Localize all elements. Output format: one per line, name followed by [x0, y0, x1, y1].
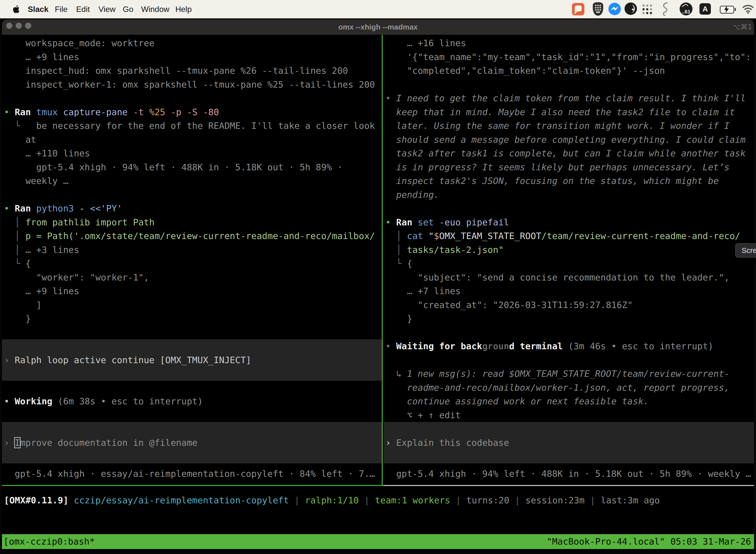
- seg-dimbul: •: [385, 341, 396, 351]
- seg-ital: keep that in mind. Maybe I also need the…: [385, 107, 735, 117]
- terminal-line: └ {: [4, 257, 375, 271]
- seg-gray: ⌥ + ↑ edit: [385, 410, 460, 420]
- seg-shim: groun: [482, 341, 509, 351]
- terminal-line: ]: [4, 298, 375, 312]
- window-shortcut-hint: ⌥⌘1: [733, 19, 752, 35]
- input-source-label: A: [702, 5, 708, 13]
- terminal-line: │ from pathlib import Path: [4, 215, 375, 229]
- seg-line: └: [385, 258, 407, 269]
- menu-app-name[interactable]: Slack: [28, 0, 49, 18]
- seg-gray: ]: [4, 300, 42, 310]
- battery-charging-icon[interactable]: [720, 6, 736, 13]
- shield-grid-icon[interactable]: [593, 2, 603, 16]
- menu-go[interactable]: Go: [123, 0, 133, 18]
- chat-bubble-icon[interactable]: [572, 3, 584, 15]
- seg-gray: … +9 lines: [4, 52, 79, 62]
- seg-white: Ran: [15, 203, 36, 214]
- apple-icon[interactable]: [13, 5, 20, 14]
- terminal-line: at: [4, 133, 375, 147]
- terminal-line: │ p = Path('.omx/state/team/review-curre…: [4, 229, 375, 243]
- seg-ital: is in progress? It seems likely but perh…: [385, 162, 730, 172]
- seg-sep: |: [585, 495, 601, 505]
- terminal-line: "created_at": "2026-03-31T11:59:27.816Z": [385, 298, 751, 312]
- seg-ital: task2 after task1 is complete, but can I…: [385, 148, 746, 158]
- seg-line: └: [4, 258, 25, 269]
- seg-gray: (3m 46s • esc to interrupt): [568, 341, 713, 351]
- menu-edit[interactable]: Edit: [76, 0, 90, 18]
- seg-gray: "worker": "worker-1",: [4, 272, 149, 282]
- squiggle-icon[interactable]: [661, 2, 669, 16]
- screen-tooltip-label: Scre: [742, 246, 756, 255]
- model-usage-status: gpt-5.4 xhigh · 94% left · 488K in · 5.1…: [385, 467, 751, 481]
- menu-help[interactable]: Help: [175, 0, 192, 18]
- terminal-line: inspect task2's JSON, focusing on the st…: [385, 174, 751, 188]
- terminal-line: … +9 lines: [4, 50, 375, 64]
- moon-circle-icon[interactable]: [625, 2, 637, 15]
- terminal-line: inspect_worker-1: omx sparkshell --tmux-…: [4, 78, 375, 92]
- seg-gray: "created_at": "2026-03-31T11:59:27.816Z": [385, 300, 633, 310]
- seg-ital: ↳ 1 new msg(s): read $OMX_TEAM_STATE_ROO…: [385, 369, 730, 379]
- seg-gray: … +3 lines: [25, 245, 79, 255]
- prompt-input[interactable]: › Improve documentation in @filename: [4, 436, 375, 450]
- terminal-line: later. Using the same for transition mig…: [385, 119, 751, 133]
- seg-gray: session:23m: [525, 495, 584, 505]
- close-button[interactable]: [6, 22, 12, 29]
- minimize-button[interactable]: [16, 22, 22, 29]
- wifi-icon[interactable]: [742, 4, 754, 14]
- seg-gray: "subject": "send a concise recommendatio…: [385, 272, 730, 282]
- terminal-line: │ cat "$OMX_TEAM_STATE_ROOT/team/review-…: [385, 229, 751, 243]
- terminal-line: '{"team_name":"my-team","task_id":"1","f…: [385, 50, 751, 64]
- right-terminal-pane: … +16 lines '{"team_name":"my-team","tas…: [385, 36, 751, 481]
- pane-divider[interactable]: [382, 35, 383, 486]
- seg-gray: be necessary for the end of the README. …: [36, 121, 375, 131]
- tmux-session-window[interactable]: [omx-cczip0:bash*: [3, 534, 95, 549]
- omx-session-status: [OMX#0.11.9] cczip/essay/ai-reimplementa…: [4, 493, 660, 507]
- terminal-line: ↳ 1 new msg(s): read $OMX_TEAM_STATE_ROO…: [385, 367, 751, 381]
- menu-window[interactable]: Window: [141, 0, 170, 18]
- seg-pink: -t: [133, 107, 149, 117]
- prompt-input[interactable]: › Explain this codebase: [385, 436, 751, 450]
- seg-code: /team/review-current-readme-and-reco/: [542, 231, 740, 241]
- seg-ital: readme-and-reco/mailbox/worker-1.json, a…: [385, 383, 730, 393]
- terminal-line: [4, 408, 375, 422]
- seg-gray: gpt-5.4 xhigh · 94% left · 488K in · 5.1…: [385, 468, 751, 479]
- input-source-icon[interactable]: A: [699, 3, 711, 15]
- seg-sep: |: [359, 495, 375, 505]
- screen: Slack File Edit View Go Window Help ..61…: [0, 0, 756, 554]
- seg-gray: gpt-5.4 xhigh · 94% left · 488K in · 5.1…: [4, 162, 342, 172]
- terminal-line: [4, 422, 375, 436]
- seg-cyanb: cczip/essay/ai-reimplementation-copyleft: [74, 495, 289, 505]
- terminal-line: [385, 353, 751, 367]
- seg-gray: at: [4, 134, 36, 145]
- badge-61-icon[interactable]: ..61: [680, 2, 693, 15]
- seg-cursor: I: [15, 438, 20, 448]
- menu-file[interactable]: File: [55, 0, 68, 18]
- seg-orange: %25: [149, 107, 171, 117]
- seg-gray: {: [407, 258, 413, 269]
- seg-dimbul: •: [385, 93, 396, 103]
- seg-code: tasks/task-2.json": [407, 245, 504, 255]
- seg-blue: cat: [407, 231, 429, 241]
- seg-gray: (6m 38s • esc to interrupt): [58, 396, 203, 406]
- terminal-line: … +7 lines: [385, 284, 751, 298]
- seg-ital: later. Using the same for transition mig…: [385, 121, 730, 131]
- tmux-status-bar: [omx-cczip0:bash* "MacBook-Pro-44.local"…: [2, 534, 754, 549]
- seg-blue: tmux: [36, 107, 63, 117]
- seg-dim: ›: [4, 438, 15, 448]
- terminal-line: [4, 449, 375, 463]
- seg-gray: … +16 lines: [385, 38, 466, 48]
- edit-hint: ⌥ + ↑ edit: [385, 408, 751, 422]
- terminal-line: [4, 367, 375, 381]
- zoom-button[interactable]: [25, 22, 31, 29]
- seg-white: Ran: [396, 217, 418, 227]
- terminal-line: └ be necessary for the end of the README…: [4, 119, 375, 133]
- seg-line: │: [4, 231, 25, 241]
- seg-ital: inspect task2's JSON, focusing on the st…: [385, 176, 719, 186]
- menu-view[interactable]: View: [99, 0, 116, 18]
- terminal-line: [385, 326, 751, 340]
- terminal-line: inspect_hud: omx sparkshell --tmux-pane …: [4, 64, 375, 78]
- dots-grid-icon[interactable]: [642, 4, 653, 15]
- seg-gray: {: [25, 258, 31, 269]
- terminal-line: … +110 lines: [4, 147, 375, 160]
- messenger-icon[interactable]: [608, 2, 621, 15]
